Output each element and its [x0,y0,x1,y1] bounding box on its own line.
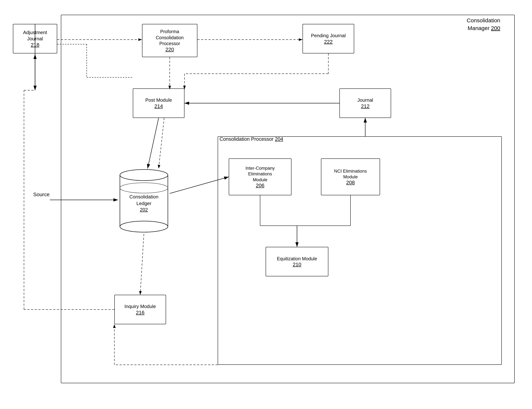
intercompany-module-box: Inter-Company Eliminations Module 206 [229,158,292,195]
svg-point-2 [120,221,168,232]
journal-box: Journal 212 [339,88,391,118]
post-module-box: Post Module 214 [133,88,184,118]
proforma-processor-box: Proforma Consolidation Processor 220 [142,24,197,57]
source-label: Source [33,191,50,198]
svg-point-1 [120,170,168,181]
pending-journal-box: Pending Journal 222 [303,24,354,54]
consolidation-processor-label: Consolidation Processor 204 [219,136,283,142]
diagram-container: Consolidation Manager 200 Adjustment Jou… [7,7,524,402]
inquiry-module-box: Inquiry Module 216 [114,295,166,324]
svg-point-4 [120,183,168,193]
equitization-module-box: Equitization Module 210 [266,247,328,276]
adjustment-journal-box: Adjustment Journal 218 [13,24,57,54]
consolidation-ledger: ConsolidationLedger 202 [118,168,170,235]
nci-module-box: NCI Eliminations Module 208 [321,158,380,195]
consolidation-manager-label: Consolidation Manager 200 [467,17,500,32]
